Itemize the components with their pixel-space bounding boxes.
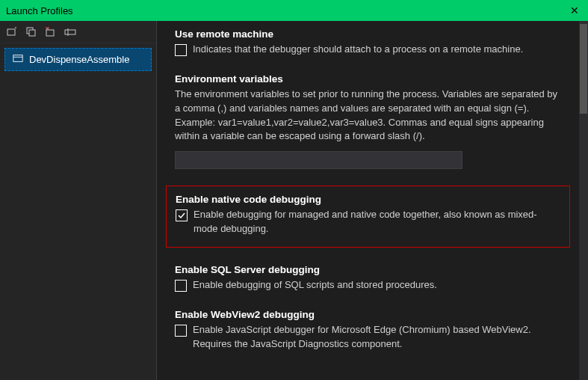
remote-checkbox[interactable] bbox=[175, 44, 187, 56]
close-icon[interactable]: ✕ bbox=[567, 4, 582, 16]
native-checkbox[interactable] bbox=[176, 209, 188, 221]
section-sql: Enable SQL Server debugging Enable debug… bbox=[175, 264, 561, 292]
svg-rect-0 bbox=[7, 29, 15, 35]
section-native: Enable native code debugging Enable debu… bbox=[176, 194, 560, 236]
window-title: Launch Profiles bbox=[6, 5, 73, 16]
svg-rect-6 bbox=[13, 55, 22, 62]
svg-rect-2 bbox=[29, 30, 35, 36]
sql-checkbox[interactable] bbox=[175, 280, 187, 292]
titlebar: Launch Profiles ✕ bbox=[0, 0, 588, 21]
section-title-native: Enable native code debugging bbox=[176, 194, 560, 205]
svg-rect-3 bbox=[46, 30, 54, 36]
vertical-scrollbar[interactable] bbox=[579, 21, 588, 380]
section-title-webview: Enable WebView2 debugging bbox=[175, 309, 561, 320]
profile-item-label: DevDispenseAssemble bbox=[29, 54, 129, 65]
section-webview: Enable WebView2 debugging Enable JavaScr… bbox=[175, 309, 561, 352]
native-checkbox-label: Enable debugging for managed and native … bbox=[194, 208, 560, 236]
delete-icon[interactable] bbox=[45, 26, 57, 38]
section-title-remote: Use remote machine bbox=[175, 28, 561, 40]
webview-checkbox[interactable] bbox=[175, 325, 187, 337]
svg-rect-4 bbox=[65, 30, 75, 34]
new-profile-icon[interactable] bbox=[6, 26, 18, 38]
remote-checkbox-label: Indicates that the debugger should attac… bbox=[193, 43, 523, 57]
env-input[interactable] bbox=[175, 151, 462, 169]
profile-item[interactable]: DevDispenseAssemble bbox=[4, 48, 152, 71]
section-remote: Use remote machine Indicates that the de… bbox=[175, 28, 561, 57]
project-icon bbox=[13, 53, 23, 66]
duplicate-icon[interactable] bbox=[25, 26, 37, 38]
scrollbar-thumb[interactable] bbox=[580, 24, 587, 114]
sql-checkbox-label: Enable debugging of SQL scripts and stor… bbox=[193, 278, 437, 292]
sidebar: DevDispenseAssemble bbox=[0, 21, 157, 380]
env-description: The environment variables to set prior t… bbox=[175, 88, 561, 144]
content-wrap: Use remote machine Indicates that the de… bbox=[157, 21, 588, 380]
webview-checkbox-label: Enable JavaScript debugger for Microsoft… bbox=[193, 323, 561, 352]
section-title-sql: Enable SQL Server debugging bbox=[175, 264, 561, 275]
section-title-env: Environment variables bbox=[175, 73, 561, 85]
sidebar-toolbar bbox=[0, 21, 156, 43]
native-highlight: Enable native code debugging Enable debu… bbox=[166, 186, 570, 248]
section-env: Environment variables The environment va… bbox=[175, 73, 561, 169]
content-panel: Use remote machine Indicates that the de… bbox=[157, 21, 579, 380]
rename-icon[interactable] bbox=[64, 26, 76, 38]
main-area: DevDispenseAssemble Use remote machine I… bbox=[0, 21, 588, 380]
